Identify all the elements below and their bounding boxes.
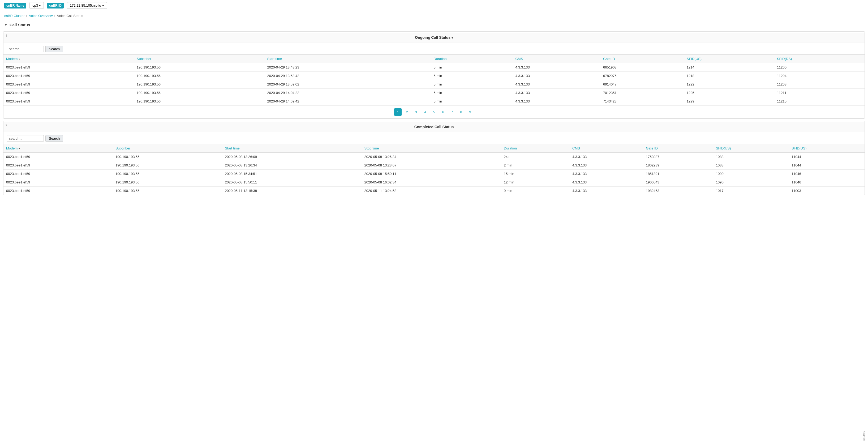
- completed-call-status-card: ℹ Completed Call Status Search Modem ▾ S…: [3, 121, 865, 195]
- page-button-7[interactable]: 7: [448, 108, 456, 116]
- ongoing-table-header-row: Modem ▾ Subcriber Start time Duration CM…: [3, 55, 865, 63]
- modem-sort-icon: ▾: [19, 58, 20, 61]
- section-chevron-icon: ▼: [4, 23, 7, 27]
- cnbr-name-label: cnBR Name: [4, 3, 26, 8]
- completed-card-title: Completed Call Status: [3, 122, 865, 132]
- completed-search-input[interactable]: [7, 135, 44, 142]
- ongoing-col-sfid-us[interactable]: SFID(US): [684, 55, 774, 63]
- call-status-section-header[interactable]: ▼ Call Status: [0, 21, 868, 29]
- chevron-down-icon: ▾: [102, 3, 104, 7]
- breadcrumb-cluster[interactable]: cnBR Cluster: [4, 14, 25, 18]
- section-title: Call Status: [9, 23, 30, 27]
- ongoing-pagination: 123456789: [3, 106, 865, 118]
- page-button-5[interactable]: 5: [430, 108, 438, 116]
- completed-search-button[interactable]: Search: [45, 135, 63, 142]
- page-button-1[interactable]: 1: [394, 108, 402, 116]
- page-button-8[interactable]: 8: [457, 108, 465, 116]
- ongoing-col-cms[interactable]: CMS: [513, 55, 600, 63]
- ongoing-table: Modem ▾ Subcriber Start time Duration CM…: [3, 54, 865, 106]
- breadcrumb-voice-overview[interactable]: Voice Overview: [29, 14, 53, 18]
- page-button-9[interactable]: 9: [466, 108, 474, 116]
- ongoing-col-start-time[interactable]: Start time: [265, 55, 431, 63]
- table-row: 0023.bee1.ef59190.190.193.562020-04-29 1…: [3, 97, 865, 106]
- modem-sort-icon-completed: ▾: [19, 147, 20, 150]
- cnbr-name-dropdown[interactable]: cp3 ▾: [29, 2, 44, 9]
- ongoing-search-button[interactable]: Search: [45, 46, 63, 52]
- table-row: 0023.bee1.ef59190.190.193.562020-04-29 1…: [3, 72, 865, 80]
- ongoing-col-gate-id[interactable]: Gate ID: [600, 55, 684, 63]
- completed-table: Modem ▾ Subcriber Start time Stop time D…: [3, 144, 865, 195]
- page-button-4[interactable]: 4: [421, 108, 429, 116]
- chevron-down-icon: ▾: [39, 3, 41, 7]
- ongoing-col-modem[interactable]: Modem ▾: [3, 55, 134, 63]
- table-row: 0023.bee1.ef59190.190.193.562020-05-08 1…: [3, 153, 865, 161]
- table-row: 0023.bee1.ef59190.190.193.562020-05-08 1…: [3, 161, 865, 170]
- table-row: 0023.bee1.ef59190.190.193.562020-04-29 1…: [3, 80, 865, 89]
- ongoing-search-bar: Search: [3, 43, 865, 54]
- breadcrumb-current: Voice Call Status: [57, 14, 83, 18]
- ongoing-col-subscriber[interactable]: Subcriber: [134, 55, 265, 63]
- completed-info-icon[interactable]: ℹ: [6, 123, 7, 127]
- ongoing-col-sfid-ds[interactable]: SFID(DS): [774, 55, 865, 63]
- page-button-2[interactable]: 2: [403, 108, 411, 116]
- completed-col-stop-time[interactable]: Stop time: [362, 144, 501, 153]
- ongoing-title-dropdown-icon: ▾: [452, 36, 453, 39]
- completed-col-sfid-ds[interactable]: SFID(DS): [789, 144, 865, 153]
- completed-card-inner: ℹ Completed Call Status Search Modem ▾ S…: [3, 121, 865, 195]
- table-row: 0023.bee1.ef59190.190.193.562020-04-29 1…: [3, 89, 865, 97]
- completed-col-gate-id[interactable]: Gate ID: [643, 144, 713, 153]
- breadcrumb-sep-1: ›: [26, 14, 27, 18]
- cnbr-id-dropdown[interactable]: 172.22.85.105.nip.io ▾: [67, 2, 107, 9]
- table-row: 0023.bee1.ef59190.190.193.562020-04-29 1…: [3, 63, 865, 72]
- completed-col-cms[interactable]: CMS: [570, 144, 643, 153]
- table-row: 0023.bee1.ef59190.190.193.562020-05-08 1…: [3, 178, 865, 187]
- ongoing-info-icon[interactable]: ℹ: [6, 34, 7, 38]
- breadcrumb: cnBR Cluster › Voice Overview › Voice Ca…: [0, 11, 868, 21]
- completed-col-sfid-us[interactable]: SFID(US): [713, 144, 789, 153]
- ongoing-card-title: Ongoing Call Status ▾: [3, 33, 865, 42]
- ongoing-call-status-card: ℹ Ongoing Call Status ▾ Search Modem ▾ S…: [3, 31, 865, 119]
- breadcrumb-sep-2: ›: [54, 14, 56, 18]
- table-row: 0023.bee1.ef59190.190.193.562020-05-08 1…: [3, 170, 865, 178]
- table-row: 0023.bee1.ef59190.190.193.562020-05-11 1…: [3, 187, 865, 195]
- completed-table-header-row: Modem ▾ Subcriber Start time Stop time D…: [3, 144, 865, 153]
- completed-col-modem[interactable]: Modem ▾: [3, 144, 113, 153]
- page-button-6[interactable]: 6: [439, 108, 447, 116]
- completed-col-duration[interactable]: Duration: [501, 144, 570, 153]
- top-bar: cnBR Name cp3 ▾ cnBR ID 172.22.85.105.ni…: [0, 0, 868, 11]
- completed-col-subscriber[interactable]: Subcriber: [113, 144, 222, 153]
- ongoing-search-input[interactable]: [7, 46, 44, 52]
- page-button-3[interactable]: 3: [412, 108, 420, 116]
- cnbr-id-label: cnBR ID: [47, 3, 64, 8]
- ongoing-col-duration[interactable]: Duration: [431, 55, 513, 63]
- ongoing-card-inner: ℹ Ongoing Call Status ▾ Search Modem ▾ S…: [3, 32, 865, 118]
- completed-search-bar: Search: [3, 133, 865, 144]
- completed-col-start-time[interactable]: Start time: [222, 144, 362, 153]
